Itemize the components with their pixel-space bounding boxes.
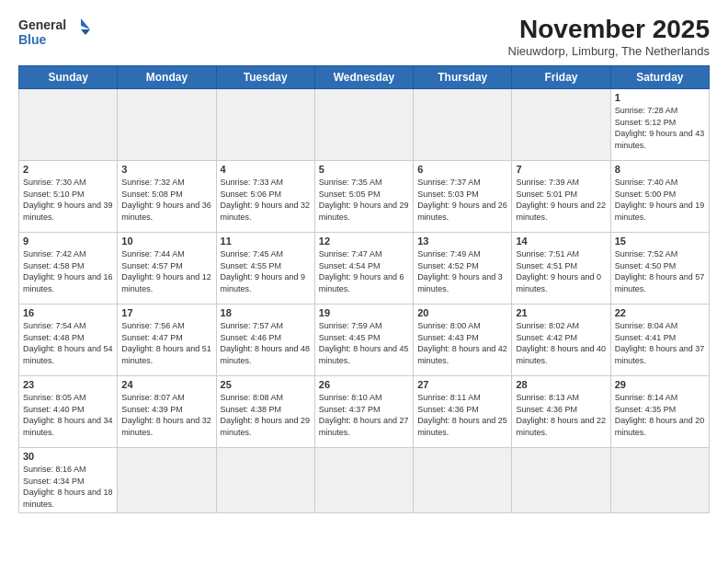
day-number: 15 xyxy=(615,236,705,247)
day-info: Sunrise: 7:30 AM Sunset: 5:10 PM Dayligh… xyxy=(23,177,113,223)
calendar-cell xyxy=(610,448,709,513)
calendar-cell: 18Sunrise: 7:57 AM Sunset: 4:46 PM Dayli… xyxy=(216,304,314,376)
calendar-cell xyxy=(19,89,118,161)
day-info: Sunrise: 7:56 AM Sunset: 4:47 PM Dayligh… xyxy=(121,320,211,366)
col-header-wednesday: Wednesday xyxy=(314,66,413,89)
day-info: Sunrise: 7:47 AM Sunset: 4:54 PM Dayligh… xyxy=(319,248,409,294)
calendar-cell: 19Sunrise: 7:59 AM Sunset: 4:45 PM Dayli… xyxy=(314,304,413,376)
calendar-cell: 11Sunrise: 7:45 AM Sunset: 4:55 PM Dayli… xyxy=(216,233,314,304)
calendar-cell: 26Sunrise: 8:10 AM Sunset: 4:37 PM Dayli… xyxy=(314,376,413,448)
month-title: November 2025 xyxy=(508,15,710,44)
day-number: 1 xyxy=(615,92,705,103)
calendar-cell: 13Sunrise: 7:49 AM Sunset: 4:52 PM Dayli… xyxy=(414,233,512,304)
calendar-cell: 24Sunrise: 8:07 AM Sunset: 4:39 PM Dayli… xyxy=(118,376,216,448)
day-info: Sunrise: 7:32 AM Sunset: 5:08 PM Dayligh… xyxy=(121,177,211,223)
calendar-cell: 6Sunrise: 7:37 AM Sunset: 5:03 PM Daylig… xyxy=(414,161,512,233)
day-number: 22 xyxy=(615,307,705,318)
day-number: 27 xyxy=(417,379,507,390)
calendar-cell: 28Sunrise: 8:13 AM Sunset: 4:36 PM Dayli… xyxy=(512,376,610,448)
calendar-cell: 30Sunrise: 8:16 AM Sunset: 4:34 PM Dayli… xyxy=(19,448,118,513)
calendar-cell xyxy=(512,89,610,161)
col-header-thursday: Thursday xyxy=(414,66,512,89)
day-info: Sunrise: 7:35 AM Sunset: 5:05 PM Dayligh… xyxy=(319,177,409,223)
calendar-cell: 22Sunrise: 8:04 AM Sunset: 4:41 PM Dayli… xyxy=(610,304,709,376)
svg-text:General: General xyxy=(18,17,66,32)
calendar-cell: 21Sunrise: 8:02 AM Sunset: 4:42 PM Dayli… xyxy=(512,304,610,376)
day-number: 21 xyxy=(516,307,606,318)
title-block: November 2025 Nieuwdorp, Limburg, The Ne… xyxy=(508,15,710,58)
day-number: 30 xyxy=(23,451,113,462)
calendar-cell xyxy=(314,89,413,161)
calendar-cell: 5Sunrise: 7:35 AM Sunset: 5:05 PM Daylig… xyxy=(314,161,413,233)
day-info: Sunrise: 7:42 AM Sunset: 4:58 PM Dayligh… xyxy=(23,248,113,294)
calendar-cell: 20Sunrise: 8:00 AM Sunset: 4:43 PM Dayli… xyxy=(414,304,512,376)
calendar-cell: 3Sunrise: 7:32 AM Sunset: 5:08 PM Daylig… xyxy=(118,161,216,233)
header: General Blue November 2025 Nieuwdorp, Li… xyxy=(18,15,710,58)
calendar-cell: 7Sunrise: 7:39 AM Sunset: 5:01 PM Daylig… xyxy=(512,161,610,233)
logo: General Blue xyxy=(18,15,92,55)
day-number: 14 xyxy=(516,236,606,247)
day-info: Sunrise: 7:54 AM Sunset: 4:48 PM Dayligh… xyxy=(23,320,113,366)
calendar-cell xyxy=(118,448,216,513)
day-number: 5 xyxy=(319,164,409,175)
day-number: 4 xyxy=(221,164,311,175)
day-number: 24 xyxy=(121,379,211,390)
day-info: Sunrise: 8:04 AM Sunset: 4:41 PM Dayligh… xyxy=(615,320,705,366)
day-number: 8 xyxy=(615,164,705,175)
day-number: 28 xyxy=(516,379,606,390)
subtitle: Nieuwdorp, Limburg, The Netherlands xyxy=(508,44,710,58)
day-number: 23 xyxy=(23,379,113,390)
calendar-cell: 23Sunrise: 8:05 AM Sunset: 4:40 PM Dayli… xyxy=(19,376,118,448)
calendar-cell: 2Sunrise: 7:30 AM Sunset: 5:10 PM Daylig… xyxy=(19,161,118,233)
day-number: 11 xyxy=(221,236,311,247)
calendar-cell xyxy=(216,89,314,161)
day-info: Sunrise: 7:49 AM Sunset: 4:52 PM Dayligh… xyxy=(417,248,507,294)
day-number: 26 xyxy=(319,379,409,390)
calendar-cell: 14Sunrise: 7:51 AM Sunset: 4:51 PM Dayli… xyxy=(512,233,610,304)
day-number: 7 xyxy=(516,164,606,175)
day-info: Sunrise: 8:13 AM Sunset: 4:36 PM Dayligh… xyxy=(516,392,606,438)
day-number: 9 xyxy=(23,236,113,247)
svg-marker-3 xyxy=(81,29,90,35)
calendar-cell: 8Sunrise: 7:40 AM Sunset: 5:00 PM Daylig… xyxy=(610,161,709,233)
calendar-cell xyxy=(414,89,512,161)
day-number: 13 xyxy=(417,236,507,247)
calendar-cell: 29Sunrise: 8:14 AM Sunset: 4:35 PM Dayli… xyxy=(610,376,709,448)
day-number: 12 xyxy=(319,236,409,247)
day-info: Sunrise: 8:00 AM Sunset: 4:43 PM Dayligh… xyxy=(417,320,507,366)
day-number: 3 xyxy=(121,164,211,175)
calendar-table: SundayMondayTuesdayWednesdayThursdayFrid… xyxy=(18,65,710,513)
calendar-cell: 16Sunrise: 7:54 AM Sunset: 4:48 PM Dayli… xyxy=(19,304,118,376)
calendar-cell xyxy=(414,448,512,513)
calendar-cell xyxy=(118,89,216,161)
day-info: Sunrise: 7:57 AM Sunset: 4:46 PM Dayligh… xyxy=(221,320,311,366)
calendar-cell: 25Sunrise: 8:08 AM Sunset: 4:38 PM Dayli… xyxy=(216,376,314,448)
day-number: 10 xyxy=(121,236,211,247)
day-info: Sunrise: 8:08 AM Sunset: 4:38 PM Dayligh… xyxy=(221,392,311,438)
day-number: 19 xyxy=(319,307,409,318)
day-number: 17 xyxy=(121,307,211,318)
logo-svg: General Blue xyxy=(18,15,92,55)
day-info: Sunrise: 8:14 AM Sunset: 4:35 PM Dayligh… xyxy=(615,392,705,438)
svg-text:Blue: Blue xyxy=(18,32,47,47)
day-info: Sunrise: 8:05 AM Sunset: 4:40 PM Dayligh… xyxy=(23,392,113,438)
col-header-friday: Friday xyxy=(512,66,610,89)
day-info: Sunrise: 7:40 AM Sunset: 5:00 PM Dayligh… xyxy=(615,177,705,223)
day-info: Sunrise: 7:44 AM Sunset: 4:57 PM Dayligh… xyxy=(121,248,211,294)
calendar-cell xyxy=(512,448,610,513)
day-number: 18 xyxy=(221,307,311,318)
day-number: 20 xyxy=(417,307,507,318)
col-header-tuesday: Tuesday xyxy=(216,66,314,89)
calendar-cell xyxy=(216,448,314,513)
calendar-cell: 9Sunrise: 7:42 AM Sunset: 4:58 PM Daylig… xyxy=(19,233,118,304)
calendar-cell: 1Sunrise: 7:28 AM Sunset: 5:12 PM Daylig… xyxy=(610,89,709,161)
day-number: 2 xyxy=(23,164,113,175)
day-info: Sunrise: 7:28 AM Sunset: 5:12 PM Dayligh… xyxy=(615,105,705,151)
day-info: Sunrise: 7:33 AM Sunset: 5:06 PM Dayligh… xyxy=(221,177,311,223)
day-number: 6 xyxy=(417,164,507,175)
day-number: 16 xyxy=(23,307,113,318)
col-header-sunday: Sunday xyxy=(19,66,118,89)
day-info: Sunrise: 7:37 AM Sunset: 5:03 PM Dayligh… xyxy=(417,177,507,223)
calendar-cell: 27Sunrise: 8:11 AM Sunset: 4:36 PM Dayli… xyxy=(414,376,512,448)
col-header-monday: Monday xyxy=(118,66,216,89)
